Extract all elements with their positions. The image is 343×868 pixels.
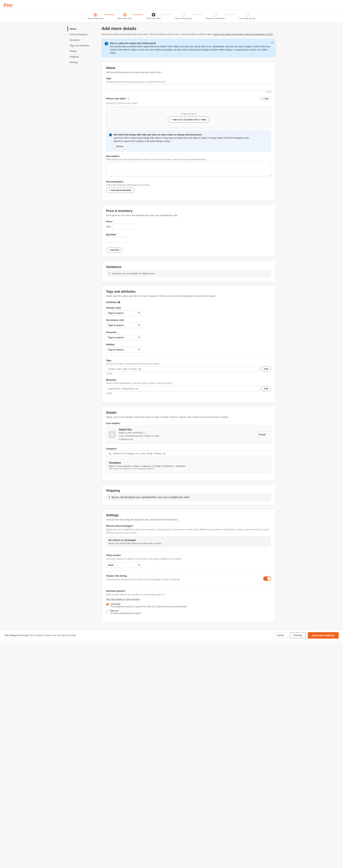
tags-hint: Add up to 13 tags to help people search … — [106, 363, 271, 365]
manual-option[interactable]: Manual I'll renew expired listings mysel… — [106, 609, 271, 615]
add-photos-button[interactable]: + Add up to 10 photos and 1 video — [168, 117, 209, 123]
holiday-select-wrapper: Type to search... ▼ — [106, 347, 142, 352]
holiday-select[interactable]: Type to search... — [106, 347, 142, 352]
variations-info-icon: ℹ — [109, 272, 110, 275]
quantity-input[interactable] — [106, 237, 128, 243]
info-banner-text: Etsy is a place for unique and creative … — [110, 42, 273, 55]
automatic-radio[interactable] — [106, 603, 109, 606]
bottom-bar: This listing isn't live yet. It'll be vi… — [0, 630, 343, 641]
title-input[interactable] — [106, 84, 271, 90]
title-label: Title* — [106, 77, 271, 80]
sidebar-item-price-inventory[interactable]: Price & Inventory — [67, 32, 96, 37]
save-continue-button[interactable]: Save and continue — [308, 632, 339, 639]
edit-icon: ✏️ — [261, 97, 264, 100]
add-personalization-button[interactable]: + Add personalization — [106, 187, 135, 193]
progress-line-1 — [104, 14, 114, 15]
materials-count: 13 left — [106, 392, 271, 395]
price-inventory-title: Price & Inventory — [106, 209, 271, 213]
step-label-5: Share your billing info — [206, 17, 225, 20]
step-circle-3 — [152, 13, 156, 17]
video-tip-dismiss[interactable]: Dismiss — [114, 144, 126, 149]
sidebar-item-variations[interactable]: Variations — [67, 37, 96, 43]
manual-radio[interactable] — [106, 610, 109, 613]
returns-hint: Digital items aren't eligible for return… — [106, 528, 271, 534]
main-content: Add more details Add some photos and det… — [102, 26, 276, 626]
step-security: Your shop security — [239, 13, 255, 20]
category-input[interactable] — [113, 452, 269, 455]
feature-listing-hint: Showcase this listing at the top of your… — [106, 578, 180, 581]
details-title: Details — [106, 411, 271, 414]
tags-input[interactable] — [106, 366, 260, 372]
manual-hint: I'll renew expired listings myself... — [110, 612, 142, 615]
video-tip-title: We found that listings with video get tw… — [114, 133, 202, 136]
change-button[interactable]: Change — [255, 432, 268, 437]
templates-box: Templates Paper & Party Supplies ▸ Paper… — [106, 459, 271, 473]
bottom-bar-status: This listing isn't live yet. It'll be vi… — [4, 634, 271, 637]
feature-listing-toggle[interactable] — [263, 577, 271, 581]
description-hint: What makes your item special? Buyers wil… — [106, 158, 271, 161]
sidebar-item-tags[interactable]: Tags and attributes — [67, 43, 96, 48]
returns-label: Returns and exchanges* — [106, 525, 271, 527]
attributes-label-row: Attributes i — [106, 301, 271, 304]
core-details-label: Core details* — [106, 422, 271, 425]
drop-zone[interactable]: Drag & Drop or + Add up to 10 photos and… — [106, 107, 271, 128]
renewal-link[interactable]: See more details on auto-renewing. — [106, 598, 140, 600]
core-details-created-by: Created by me — [119, 438, 252, 441]
photos-label: Photos and video — [106, 97, 126, 100]
occasion-label: Occasion — [106, 331, 271, 334]
primary-color-select[interactable]: Type to search... — [106, 310, 142, 316]
step-label-3: Stock your shop — [146, 17, 161, 20]
preview-button[interactable]: Preview — [290, 632, 306, 638]
add-material-button[interactable]: Add — [261, 386, 271, 391]
automatic-option[interactable]: Automatic This listing will renew as it … — [106, 603, 271, 608]
materials-input[interactable] — [106, 386, 260, 392]
progress-line-5 — [225, 14, 236, 15]
learn-more-link[interactable]: Learn more about what types of items are… — [213, 33, 273, 36]
secondary-color-select[interactable]: Type to search... — [106, 322, 142, 328]
sidebar-item-settings[interactable]: Settings — [67, 59, 96, 65]
variations-section: Variations ℹ Variations are unavailable … — [102, 261, 276, 282]
sidebar-item-about[interactable]: About — [67, 26, 96, 32]
step-stock-shop: Stock your shop — [146, 13, 161, 20]
sidebar: About Price & Inventory Variations Tags … — [67, 26, 96, 626]
title-field-group: Title* Include keywords that buyers woul… — [106, 77, 271, 93]
price-input[interactable] — [112, 224, 134, 229]
variations-info: ℹ Variations are unavailable for digital… — [106, 270, 271, 277]
tags-count: 13 left — [106, 372, 271, 375]
price-inventory-section: Price & Inventory Set a price for your i… — [102, 205, 276, 257]
add-sku-button[interactable]: + Add SKU — [106, 248, 122, 253]
renewal-radio-group: Automatic This listing will renew as it … — [106, 603, 271, 615]
video-tip-footnote: Based on August 2023 analysis of all act… — [114, 140, 171, 143]
tags-attributes-section: Tags and attributes Share specifics abou… — [102, 285, 276, 403]
occasion-select[interactable]: Type to search... — [106, 335, 142, 340]
automatic-label: Automatic — [110, 603, 187, 606]
description-input[interactable] — [106, 162, 271, 176]
photos-edit-button[interactable]: ✏️ Edit — [259, 96, 271, 101]
variations-info-text: Variations are unavailable for digital i… — [111, 272, 157, 275]
core-details-type-title: Digital files — [119, 428, 252, 431]
returns-box: No returns or exchanges Buyer can contac… — [106, 536, 271, 547]
variations-title: Variations — [106, 265, 271, 269]
step-circle-6 — [245, 13, 249, 17]
tags-attributes-title: Tags and attributes — [106, 290, 271, 293]
settings-section: Settings Choose how this listing will di… — [102, 509, 276, 623]
step-label-4: How you'll get paid — [175, 17, 192, 20]
price-field-group: Price* HKD — [106, 220, 271, 229]
add-tag-button[interactable]: Add — [261, 366, 271, 371]
title-char-count: 0/140 — [106, 91, 271, 93]
cancel-button[interactable]: Cancel — [273, 632, 288, 638]
shop-section-hint: Use shop sections to organize your produ… — [106, 557, 271, 560]
info-banner-close[interactable]: ✕ — [271, 41, 273, 44]
step-circle-4 — [181, 13, 185, 17]
tags-label: Tags — [106, 359, 271, 362]
progress-line-3 — [161, 14, 172, 15]
returns-box-desc: Buyer can contact seller about any issue… — [108, 542, 269, 545]
personalization-hint: Collect personalized information for thi… — [106, 184, 271, 186]
info-banner-title: Etsy is a place for unique and creative … — [110, 42, 156, 44]
occasion-group: Occasion Type to search... ▼ — [106, 331, 271, 340]
shop-section-select[interactable]: None — [106, 562, 142, 568]
sidebar-item-shipping[interactable]: Shipping — [67, 54, 96, 59]
shop-section-select-wrapper: None ▼ — [106, 562, 142, 568]
core-details-group: Core details* 📄 Digital files Made to or… — [106, 422, 271, 444]
sidebar-item-details[interactable]: Details — [67, 48, 96, 54]
